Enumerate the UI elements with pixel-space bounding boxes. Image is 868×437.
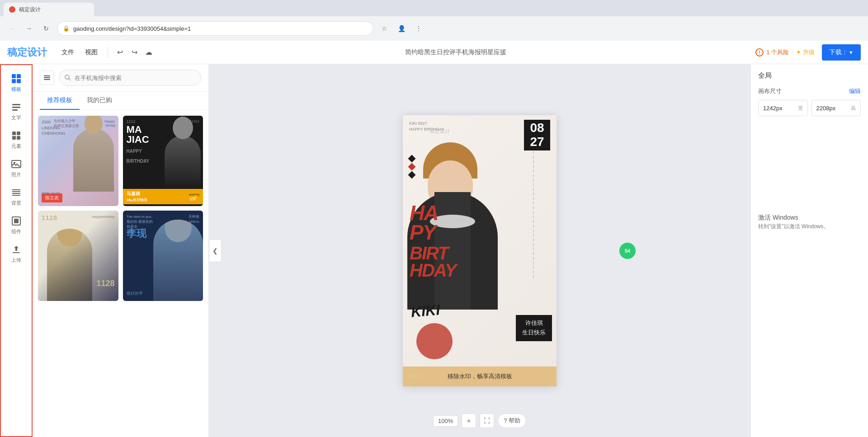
toolbar-divider [108, 47, 108, 58]
collapse-panel-button[interactable]: ❮ [209, 240, 222, 262]
save-cloud-button[interactable]: ☁ [142, 45, 156, 60]
upgrade-icon: ✦ [796, 49, 801, 56]
tab-title: 稿定设计 [19, 6, 41, 14]
vip-badge: VIP [187, 196, 199, 202]
lock-icon: 🔒 [63, 25, 70, 32]
canvas-size-edit-link[interactable]: 编辑 [849, 87, 861, 95]
app-bar: 稿定设计 文件 视图 ↩ ↪ ☁ 简约暗黑生日控评手机海报明星应援 ! 1 个风… [0, 41, 868, 64]
risk-button[interactable]: ! 1 个风险 [755, 48, 789, 56]
canvas-dashed-line [533, 151, 534, 278]
fullscreen-button[interactable]: ⛶ [480, 414, 494, 428]
zoom-in-button[interactable]: + [462, 414, 476, 428]
sidebar-item-photo[interactable]: 照片 [1, 154, 32, 183]
canvas-date-day: 27 [530, 135, 544, 149]
back-button[interactable]: ← [5, 22, 18, 35]
background-label: 背景 [11, 200, 21, 207]
canvas-height-value: 2208px [816, 105, 849, 112]
canvas-toolbar: 100% + ⛶ ? 帮助 [433, 414, 526, 428]
kiki-signature: KIKI [410, 301, 441, 320]
sidebar-item-upload[interactable]: 上传 [1, 240, 32, 268]
template-card-1[interactable]: 2000LINDONGCHENHONG Happy Birtday 在此输入少年… [38, 116, 118, 206]
reload-button[interactable]: ↻ [40, 22, 52, 35]
svg-point-23 [65, 75, 69, 79]
canvas-width-value: 1242px [763, 105, 795, 112]
download-arrow: ▼ [844, 50, 854, 55]
account-button[interactable]: 👤 [395, 22, 408, 35]
canvas-size-label: 画布尺寸 [758, 87, 782, 95]
upgrade-button[interactable]: ✦ 升级 [796, 48, 815, 56]
photo-label: 照片 [11, 171, 21, 178]
search-input[interactable] [75, 75, 195, 81]
template-card-2[interactable]: 1212 20021212 MAJIACHAPPYBIRTHDAY HAPPY … [123, 116, 203, 206]
canvas-kiki-info: KIKI 0827 [409, 121, 444, 127]
search-box[interactable] [59, 70, 201, 86]
svg-rect-2 [12, 79, 16, 83]
sidebar-item-component[interactable]: 组件 [1, 211, 32, 240]
browser-tabs: 稿定设计 [0, 0, 868, 16]
tab-recommended[interactable]: 推荐模板 [40, 92, 80, 110]
app-logo[interactable]: 稿定设计 [7, 46, 47, 59]
help-button[interactable]: ? 帮助 [498, 414, 526, 428]
sidebar-item-element[interactable]: 元素 [1, 126, 32, 154]
doc-title: 简约暗黑生日控评手机海报明星应援 [156, 48, 755, 56]
watermark-overlay[interactable]: 移除水印，畅享高清模板 [403, 367, 557, 386]
forward-button[interactable]: → [23, 22, 35, 35]
right-panel: 全局 画布尺寸 编辑 1242px 宽 2208px 高 激活 Windows … [750, 64, 868, 437]
happy-birthday-text: HA PY BIRT HDAY [410, 203, 456, 279]
canvas-date-box: 08 27 [524, 120, 550, 150]
svg-rect-21 [44, 77, 50, 78]
undo-button[interactable]: ↩ [113, 45, 127, 60]
upload-label: 上传 [11, 257, 21, 263]
svg-line-24 [69, 79, 71, 80]
browser-tab[interactable]: 稿定设计 [4, 3, 94, 16]
panel-tabs: 推荐模板 我的已购 [33, 92, 208, 110]
element-label: 元素 [11, 143, 21, 150]
canvas-width-input[interactable]: 1242px 宽 [758, 100, 808, 116]
component-label: 组件 [11, 228, 21, 235]
template-panel: 推荐模板 我的已购 2000LINDONGCHENHONG Happy Birt… [33, 64, 209, 437]
download-label: 下载 [829, 48, 842, 56]
bookmark-star-button[interactable]: ☆ [378, 22, 391, 35]
green-badge-value: 54 [625, 248, 630, 254]
upgrade-label: 升级 [803, 48, 815, 56]
panel-header [33, 64, 208, 92]
canvas-name-line1: 许佳琪 [522, 319, 546, 328]
svg-rect-5 [12, 107, 20, 108]
svg-rect-7 [12, 132, 16, 135]
panel-menu-button[interactable] [40, 70, 54, 85]
sidebar-item-text[interactable]: 文字 [1, 97, 32, 126]
canvas-date-month: 08 [530, 121, 544, 135]
template-label: 模板 [11, 86, 21, 93]
template-card-3[interactable]: 1128 happybirthday 1128 [38, 211, 118, 301]
menu-item-file[interactable]: 文件 [56, 46, 80, 59]
birthday-text-2: HDAY [410, 260, 456, 280]
svg-rect-9 [12, 136, 16, 140]
browser-chrome: 稿定设计 ← → ↻ 🔒 gaoding.com/design?id=33930… [0, 0, 868, 41]
sidebar-item-template[interactable]: 模板 [1, 69, 32, 97]
menu-dots-button[interactable]: ⋮ [412, 22, 425, 35]
menu-item-view[interactable]: 视图 [80, 46, 103, 59]
tab-purchased[interactable]: 我的已购 [80, 92, 119, 110]
green-badge: 54 [619, 243, 636, 259]
canvas-name-line2: 生日快乐 [522, 328, 546, 338]
svg-rect-10 [17, 136, 20, 140]
canvas-size-section: 画布尺寸 编辑 1242px 宽 2208px 高 [758, 87, 861, 116]
search-icon [65, 75, 71, 81]
svg-rect-18 [14, 219, 19, 223]
svg-rect-19 [13, 252, 20, 253]
canvas-watermark-text: 稿定设计 [430, 128, 450, 135]
watermark-overlay-text: 移除水印，畅享高清模板 [448, 372, 512, 381]
redo-button[interactable]: ↪ [127, 45, 142, 60]
zoom-display: 100% [433, 415, 458, 427]
upload-icon [11, 244, 22, 255]
template-card-4[interactable]: The best of you.最好的 最喜欢的就是在这里 天秤座185cm 李… [123, 211, 203, 301]
risk-icon: ! [755, 48, 764, 56]
component-icon [11, 216, 22, 226]
canvas-size-label-row: 画布尺寸 编辑 [758, 87, 861, 95]
canvas-area: ❮ KIKI 0827 HAPPY BIRTHDAY 稿定设计 08 27 [209, 64, 750, 437]
address-bar[interactable]: 🔒 gaoding.com/design?id=33930054&simple=… [57, 21, 373, 36]
canvas-height-unit: 高 [851, 105, 856, 112]
download-button[interactable]: 下载 ▼ [822, 44, 861, 61]
sidebar-item-background[interactable]: 背景 [1, 183, 32, 211]
canvas-height-input[interactable]: 2208px 高 [811, 100, 861, 116]
